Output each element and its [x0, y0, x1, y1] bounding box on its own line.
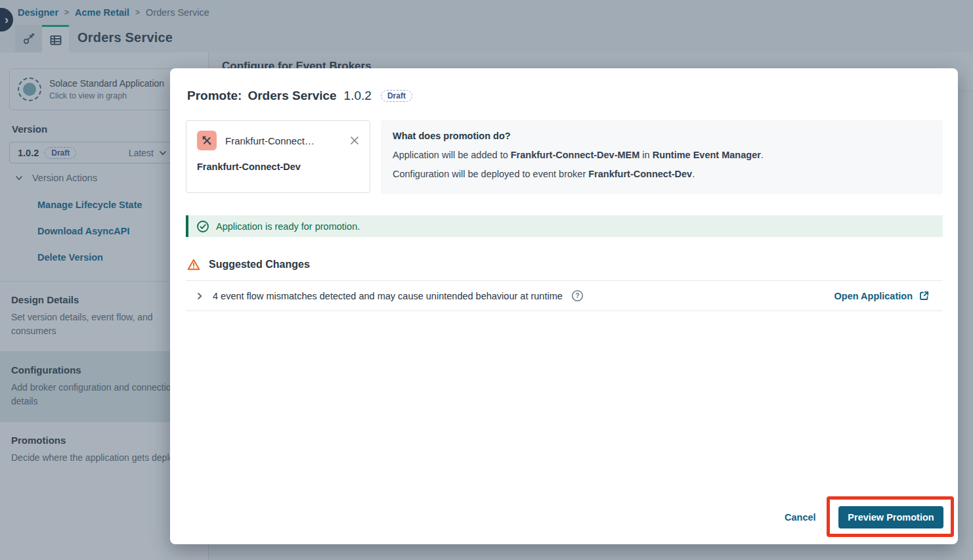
mismatch-expandable-row[interactable]: 4 event flow mismatches detected and may… — [186, 280, 943, 311]
cancel-button[interactable]: Cancel — [785, 512, 816, 523]
info-line-2: Configuration will be deployed to event … — [393, 168, 931, 180]
broker-environment-name: Frankfurt-Connect-Dev — [197, 162, 301, 172]
svg-text:?: ? — [575, 291, 579, 299]
warning-triangle-icon — [187, 258, 200, 271]
success-banner-text: Application is ready for promotion. — [216, 221, 360, 232]
info-line-1: Application will be added to Frankfurt-C… — [393, 149, 931, 161]
modal-title-prefix: Promote: — [187, 89, 242, 103]
broker-tools-icon — [197, 131, 217, 150]
broker-name: Frankfurt-Connect… — [225, 135, 340, 146]
selected-broker-card: Frankfurt-Connect… Frankfurt-Connect-Dev — [186, 120, 370, 193]
modal-title-name: Orders Service — [248, 89, 336, 103]
modal-draft-badge: Draft — [381, 90, 412, 102]
chevron-right-icon[interactable] — [195, 291, 204, 301]
remove-broker-icon[interactable] — [349, 135, 360, 146]
external-link-icon — [919, 290, 930, 301]
info-heading: What does promotion do? — [393, 131, 931, 141]
modal-title: Promote: Orders Service 1.0.2 Draft — [187, 89, 412, 103]
preview-promotion-button[interactable]: Preview Promotion — [838, 506, 943, 528]
help-circle-icon[interactable]: ? — [571, 290, 584, 302]
promotion-info-panel: What does promotion do? Application will… — [381, 120, 943, 194]
success-banner: Application is ready for promotion. — [186, 215, 943, 237]
mismatch-row-text: 4 event flow mismatches detected and may… — [213, 291, 563, 301]
check-circle-icon — [196, 220, 209, 233]
suggested-changes-header: Suggested Changes — [187, 258, 310, 271]
modal-title-version: 1.0.2 — [344, 89, 372, 103]
suggested-changes-title: Suggested Changes — [209, 259, 310, 270]
open-application-link[interactable]: Open Application — [834, 290, 930, 301]
promote-modal: Promote: Orders Service 1.0.2 Draft Fran… — [170, 68, 958, 544]
